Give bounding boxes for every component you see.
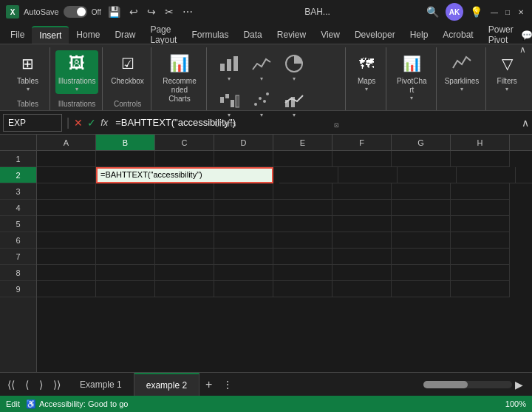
sheet-tab-example1[interactable]: Example 1 — [68, 373, 134, 396]
cell-c3[interactable] — [155, 183, 214, 200]
cell-b3[interactable] — [96, 183, 155, 200]
cell-a5[interactable] — [37, 216, 96, 232]
tab-developer[interactable]: Developer — [347, 26, 403, 44]
cell-a9[interactable] — [37, 281, 96, 297]
minimize-button[interactable]: — — [489, 7, 499, 17]
sheet-add-button[interactable]: + — [200, 378, 218, 391]
cell-f5[interactable] — [332, 216, 392, 232]
sheet-tab-example2[interactable]: example 2 — [134, 373, 200, 396]
cell-c4[interactable] — [155, 200, 214, 216]
tab-page-layout[interactable]: Page Layout — [143, 26, 184, 44]
tab-home[interactable]: Home — [69, 26, 107, 44]
cell-g7[interactable] — [392, 249, 451, 265]
waterfall-chart-button[interactable]: ▾ — [214, 87, 244, 120]
maps-button[interactable]: 🗺 Maps ▾ — [352, 50, 381, 94]
formula-collapse-button[interactable]: ∧ — [522, 117, 529, 129]
cell-f3[interactable] — [332, 183, 392, 200]
cell-h2[interactable] — [516, 167, 532, 183]
cell-c1[interactable] — [155, 151, 214, 167]
tab-formulas[interactable]: Formulas — [184, 26, 236, 44]
row-num-3[interactable]: 3 — [0, 183, 36, 200]
cell-h8[interactable] — [451, 265, 510, 281]
combo-chart-button[interactable]: ▾ — [279, 87, 309, 120]
more-commands-icon[interactable]: ⋯ — [180, 6, 195, 18]
maximize-button[interactable]: □ — [502, 7, 513, 17]
col-header-c[interactable]: C — [155, 135, 214, 150]
cell-h4[interactable] — [451, 200, 510, 216]
col-header-f[interactable]: F — [332, 135, 392, 150]
redo-icon[interactable]: ↪ — [145, 6, 158, 18]
cell-b5[interactable] — [96, 216, 155, 232]
cell-e5[interactable] — [273, 216, 332, 232]
row-num-9[interactable]: 9 — [0, 281, 36, 297]
cell-b1[interactable] — [96, 151, 155, 167]
tables-button[interactable]: ⊞ Tables ▾ — [13, 50, 43, 94]
close-button[interactable]: ✕ — [516, 7, 526, 17]
cell-c2[interactable] — [273, 167, 279, 183]
sheet-nav-first[interactable]: ⟨⟨ — [3, 379, 19, 391]
avatar[interactable]: AK — [446, 3, 463, 21]
cell-d1[interactable] — [214, 151, 273, 167]
bulb-icon[interactable]: 💡 — [468, 6, 485, 18]
recommended-charts-button[interactable]: 📊 Recommended Charts — [159, 50, 200, 105]
cell-f9[interactable] — [332, 281, 392, 297]
cell-a7[interactable] — [37, 249, 96, 265]
cell-e6[interactable] — [273, 232, 332, 249]
pie-chart-button[interactable]: ▾ — [279, 50, 309, 84]
pivot-chart-button[interactable]: 📊 PivotChart ▾ — [394, 50, 430, 103]
cell-f4[interactable] — [332, 200, 392, 216]
cut-icon[interactable]: ✂ — [163, 6, 176, 18]
cell-g8[interactable] — [392, 265, 451, 281]
scrollbar-thumb[interactable] — [423, 381, 468, 388]
cell-g5[interactable] — [392, 216, 451, 232]
formula-cancel-button[interactable]: ✕ — [74, 117, 83, 129]
cell-c7[interactable] — [155, 249, 214, 265]
cell-d7[interactable] — [214, 249, 273, 265]
ribbon-collapse-button[interactable]: ∧ — [519, 44, 526, 55]
col-header-h[interactable]: H — [451, 135, 510, 150]
cell-g3[interactable] — [392, 183, 451, 200]
row-num-1[interactable]: 1 — [0, 151, 36, 167]
cell-g4[interactable] — [392, 200, 451, 216]
row-num-4[interactable]: 4 — [0, 200, 36, 216]
cell-d2[interactable] — [279, 167, 338, 183]
cell-h3[interactable] — [451, 183, 510, 200]
tab-review[interactable]: Review — [270, 26, 313, 44]
sheet-nav-last[interactable]: ⟩⟩ — [49, 379, 65, 391]
cell-g2[interactable] — [457, 167, 516, 183]
tab-data[interactable]: Data — [236, 26, 269, 44]
cell-b8[interactable] — [96, 265, 155, 281]
search-icon[interactable]: 🔍 — [424, 6, 441, 18]
cell-h9[interactable] — [451, 281, 510, 297]
col-header-g[interactable]: G — [392, 135, 451, 150]
cell-e8[interactable] — [273, 265, 332, 281]
cell-f7[interactable] — [332, 249, 392, 265]
cell-b4[interactable] — [96, 200, 155, 216]
save-icon[interactable]: 💾 — [106, 6, 123, 18]
tab-insert[interactable]: Insert — [32, 26, 69, 44]
filters-button[interactable]: ▽ Filters ▾ — [492, 50, 522, 94]
autosave-toggle[interactable] — [64, 6, 87, 18]
cell-b2[interactable]: =BAHTTEXT("accessibility") — [96, 167, 273, 183]
formula-fx-button[interactable]: fx — [100, 117, 108, 128]
cell-h7[interactable] — [451, 249, 510, 265]
cell-e3[interactable] — [273, 183, 332, 200]
scroll-right-icon[interactable]: ▶ — [512, 379, 526, 391]
cell-e2[interactable] — [338, 167, 398, 183]
cell-c5[interactable] — [155, 216, 214, 232]
cell-d4[interactable] — [214, 200, 273, 216]
cell-c8[interactable] — [155, 265, 214, 281]
row-num-6[interactable]: 6 — [0, 232, 36, 249]
cell-g6[interactable] — [392, 232, 451, 249]
illustrations-button[interactable]: 🖼 Illustrations ▾ — [55, 50, 99, 94]
row-num-5[interactable]: 5 — [0, 216, 36, 232]
tab-help[interactable]: Help — [403, 26, 436, 44]
row-num-2[interactable]: 2 — [0, 167, 36, 183]
tab-draw[interactable]: Draw — [107, 26, 143, 44]
cell-f1[interactable] — [332, 151, 392, 167]
cell-e7[interactable] — [273, 249, 332, 265]
cell-g1[interactable] — [392, 151, 451, 167]
cell-d8[interactable] — [214, 265, 273, 281]
cell-d9[interactable] — [214, 281, 273, 297]
col-header-b[interactable]: B — [96, 135, 155, 150]
